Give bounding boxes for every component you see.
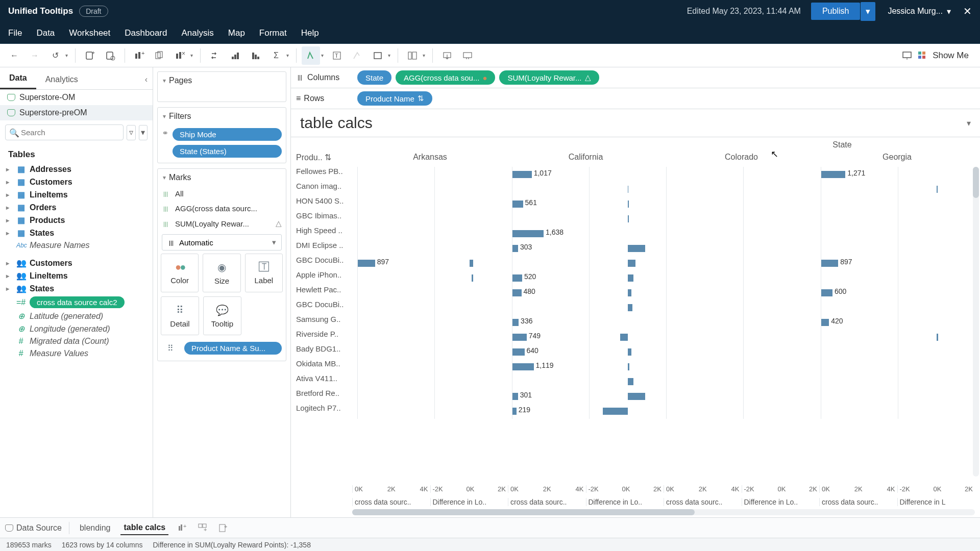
table-lineitems[interactable]: ▸▦LineItems [3, 188, 150, 201]
table-orders[interactable]: ▸▦Orders [3, 201, 150, 214]
product-col-header[interactable]: Produ..⇅ [296, 153, 352, 162]
bar[interactable] [512, 230, 544, 237]
bar[interactable] [937, 186, 938, 193]
marks-all[interactable]: ⫼All [158, 186, 286, 201]
table-row[interactable]: Hewlett Pac..480600 [296, 285, 975, 300]
tab-analytics[interactable]: Analytics [36, 70, 87, 89]
field-longitude[interactable]: ⊕Longitude (generated) [3, 322, 150, 335]
bar[interactable] [512, 363, 534, 370]
menu-help[interactable]: Help [301, 28, 319, 38]
sort-asc-button[interactable] [226, 46, 244, 65]
columns-shelf[interactable]: ⫼Columns State AGG(cross data sou...● SU… [291, 67, 980, 88]
bar[interactable] [628, 378, 633, 385]
datasource-2[interactable]: Superstore-preOM [0, 105, 153, 120]
bar[interactable] [470, 260, 474, 267]
bar[interactable] [821, 319, 829, 326]
sort-desc-button[interactable] [247, 46, 265, 65]
bar[interactable] [821, 260, 839, 267]
col-pill-agg[interactable]: AGG(cross data sou...● [396, 70, 495, 85]
totals-button[interactable]: Σ [267, 46, 285, 65]
menu-map[interactable]: Map [228, 28, 245, 38]
vertical-scrollbar[interactable] [973, 167, 979, 477]
filter-pill-state[interactable]: State (States) [173, 145, 282, 158]
table-row[interactable]: GBC DocuBi.. [296, 300, 975, 315]
table-row[interactable]: Ativa V411.. [296, 374, 975, 389]
table-row[interactable]: Samsung G..336420 [296, 315, 975, 330]
bar[interactable] [512, 348, 525, 356]
field-latitude[interactable]: ⊕Latitude (generated) [3, 310, 150, 322]
state-column-header[interactable]: California [508, 153, 664, 162]
labels-button[interactable]: T [328, 46, 346, 65]
bar[interactable] [628, 289, 632, 296]
table-row[interactable]: HON 5400 S..561 [296, 196, 975, 212]
clear-button[interactable]: × [171, 46, 189, 65]
rows-shelf[interactable]: ≡Rows Product Name⇅ [291, 88, 980, 109]
bar[interactable] [628, 363, 629, 370]
bar[interactable] [512, 408, 517, 415]
collapse-panel-button[interactable]: ‹ [140, 70, 153, 89]
pause-updates-button[interactable] [101, 46, 119, 65]
table-row[interactable]: DMI Eclipse ..303 [296, 241, 975, 256]
filter-fields-button[interactable]: ▿ [127, 125, 136, 140]
publish-button[interactable]: Publish [811, 3, 860, 20]
swap-button[interactable] [206, 46, 224, 65]
search-input[interactable] [5, 124, 124, 140]
table-addresses[interactable]: ▸▦Addresses [3, 163, 150, 176]
state-column-header[interactable]: Arkansas [352, 153, 508, 162]
state-column-header[interactable]: Georgia [819, 153, 975, 162]
presentation-button[interactable] [458, 46, 477, 65]
fit-button[interactable] [369, 46, 387, 65]
bar[interactable] [628, 304, 632, 311]
pages-shelf[interactable]: ▾Pages [157, 71, 286, 102]
table-row[interactable]: Bady BDG1..640 [296, 344, 975, 360]
marks-size[interactable]: ◉Size [203, 254, 240, 292]
marks-sum[interactable]: ⫼SUM(Loyalty Rewar...△ [158, 216, 286, 231]
table-row[interactable]: Logitech P7..219 [296, 404, 975, 419]
linked-customers[interactable]: ▸👥Customers [3, 257, 150, 269]
mark-type-select[interactable]: ⫼Automatic▾ [162, 234, 282, 251]
new-sheet-button[interactable]: + [130, 46, 149, 65]
sheet-tab-blending[interactable]: blending [77, 521, 114, 535]
publish-dropdown[interactable]: ▾ [861, 2, 875, 21]
data-source-tab[interactable]: Data Source [5, 523, 62, 533]
horizontal-scrollbar[interactable] [352, 509, 975, 515]
state-column-header[interactable]: Colorado [664, 153, 819, 162]
new-worksheet-button[interactable]: + [176, 523, 189, 533]
format-button[interactable] [348, 46, 366, 65]
marks-agg[interactable]: ⫼AGG(cross data sourc... [158, 201, 286, 216]
marks-detail[interactable]: ⠿Detail [161, 296, 199, 335]
bar[interactable] [628, 274, 633, 282]
duplicate-button[interactable] [151, 46, 169, 65]
new-story-button[interactable]: + [216, 523, 230, 533]
tab-data[interactable]: Data [0, 68, 36, 89]
bar[interactable] [603, 408, 628, 415]
new-dashboard-button[interactable]: + [196, 523, 209, 533]
new-datasource-button[interactable]: + [81, 46, 99, 65]
bar[interactable] [472, 274, 474, 282]
sheet-tab-table-calcs[interactable]: table calcs [120, 521, 168, 535]
filters-shelf[interactable]: ▾Filters ⚭ Ship Mode State (States) [157, 107, 286, 163]
user-menu[interactable]: Jessica Murg...▾ [888, 7, 951, 16]
view-cards-button[interactable] [403, 46, 422, 65]
viz-canvas[interactable]: State Produ..⇅ ArkansasCaliforniaColorad… [291, 137, 980, 517]
table-row[interactable]: GBC DocuBi..897897 [296, 256, 975, 271]
table-row[interactable]: Okidata MB..1,119 [296, 359, 975, 374]
linked-states[interactable]: ▸👥States [3, 282, 150, 295]
viz-menu-button[interactable]: ▾ [967, 118, 971, 128]
detail-pill[interactable]: Product Name & Su... [184, 342, 282, 355]
bar[interactable] [512, 319, 519, 326]
table-row[interactable]: Riverside P..749 [296, 330, 975, 345]
download-button[interactable] [438, 46, 456, 65]
field-measure-values[interactable]: #Measure Values [3, 347, 150, 360]
bar[interactable] [512, 274, 523, 282]
bar[interactable] [628, 348, 632, 356]
marks-color[interactable]: ●●Color [161, 254, 199, 292]
bar[interactable] [628, 260, 635, 267]
bar[interactable] [512, 245, 518, 252]
table-row[interactable]: Apple iPhon..520 [296, 270, 975, 286]
bar[interactable] [620, 334, 628, 341]
menu-format[interactable]: Format [259, 28, 287, 38]
table-customers[interactable]: ▸▦Customers [3, 176, 150, 188]
linked-lineitems[interactable]: ▸👥LineItems [3, 269, 150, 282]
show-me-button[interactable]: Show Me [902, 51, 975, 61]
